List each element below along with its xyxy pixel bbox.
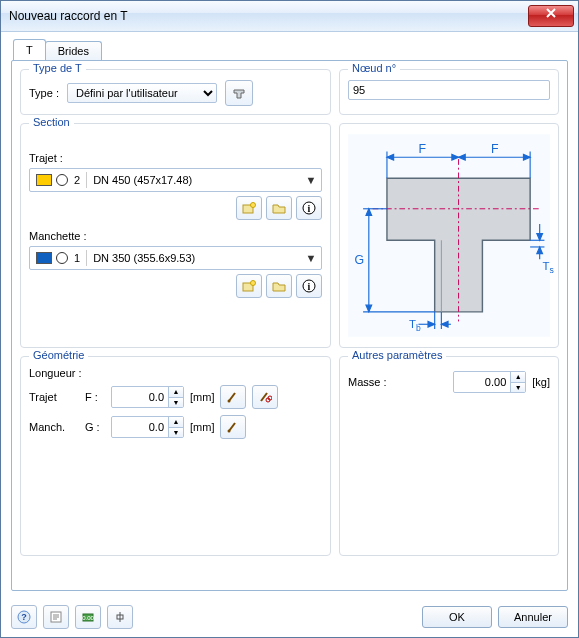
mass-spinner[interactable]: ▲▼ xyxy=(453,371,526,393)
tab-brides[interactable]: Brides xyxy=(45,41,102,60)
picker-icon xyxy=(226,390,240,404)
manch-pick-button[interactable] xyxy=(220,415,246,439)
notes-button[interactable] xyxy=(43,605,69,629)
geom-manch-sym: G : xyxy=(85,421,105,433)
manch-length-input[interactable] xyxy=(112,417,168,437)
manchette-new-button[interactable] xyxy=(236,274,262,298)
svg-text:i: i xyxy=(308,281,311,292)
chevron-down-icon[interactable]: ▼ xyxy=(303,174,319,186)
length-label: Longueur : xyxy=(29,367,322,379)
trajet-length-spinner[interactable]: ▲▼ xyxy=(111,386,184,408)
folder-new-icon xyxy=(242,279,256,293)
type-legend: Type de T xyxy=(29,62,86,74)
cancel-button[interactable]: Annuler xyxy=(498,606,568,628)
manchette-label: Manchette : xyxy=(29,230,322,242)
info-icon: i xyxy=(302,279,316,293)
manchette-index: 1 xyxy=(74,252,80,264)
svg-text:0.00: 0.00 xyxy=(82,615,94,621)
trajet-length-input[interactable] xyxy=(112,387,168,407)
spin-up-icon[interactable]: ▲ xyxy=(169,387,183,398)
dialog-window: Nouveau raccord en T T Brides Type de T … xyxy=(0,0,579,638)
manchette-toolbar: i xyxy=(29,274,322,298)
spin-up-icon[interactable]: ▲ xyxy=(511,372,525,383)
node-group: Nœud n° xyxy=(339,69,559,115)
units-icon: 0.00 xyxy=(81,610,95,624)
help-button[interactable]: ? xyxy=(11,605,37,629)
tabstrip: T Brides xyxy=(13,38,568,60)
picker-icon xyxy=(226,420,240,434)
svg-text:F: F xyxy=(418,142,426,156)
svg-point-46 xyxy=(228,430,231,433)
trajet-color-swatch xyxy=(36,174,52,186)
ok-button[interactable]: OK xyxy=(422,606,492,628)
geom-trajet-sym: F : xyxy=(85,391,105,403)
geometry-group: Géométrie Longueur : Trajet F : ▲▼ [mm] xyxy=(20,356,331,556)
trajet-pick-button[interactable] xyxy=(220,385,246,409)
svg-text:G: G xyxy=(354,253,364,267)
separator xyxy=(86,172,87,188)
symbols-icon xyxy=(113,610,127,624)
symbols-button[interactable] xyxy=(107,605,133,629)
unit-mm: [mm] xyxy=(190,391,214,403)
geom-row-trajet: Trajet F : ▲▼ [mm] xyxy=(29,385,322,409)
svg-text:?: ? xyxy=(21,612,27,622)
manchette-info-button[interactable]: i xyxy=(296,274,322,298)
tee-preview-diagram: F F G xyxy=(344,128,554,343)
trajet-new-button[interactable] xyxy=(236,196,262,220)
other-legend: Autres paramètres xyxy=(348,349,446,361)
chevron-down-icon[interactable]: ▼ xyxy=(303,252,319,264)
tee-shape-icon xyxy=(232,86,246,100)
spin-up-icon[interactable]: ▲ xyxy=(169,417,183,428)
trajet-text: DN 450 (457x17.48) xyxy=(93,174,303,186)
manchette-combo[interactable]: 1 DN 350 (355.6x9.53) ▼ xyxy=(29,246,322,270)
tab-t[interactable]: T xyxy=(13,39,46,60)
trajet-label: Trajet : xyxy=(29,152,322,164)
section-legend: Section xyxy=(29,116,74,128)
geometry-legend: Géométrie xyxy=(29,349,88,361)
node-input[interactable] xyxy=(348,80,550,100)
notes-icon xyxy=(49,610,63,624)
type-browse-button[interactable] xyxy=(225,80,253,106)
geom-trajet-label: Trajet xyxy=(29,391,79,403)
info-icon: i xyxy=(302,201,316,215)
trajet-toolbar: i xyxy=(29,196,322,220)
tab-body: Type de T Type : Défini par l'utilisateu… xyxy=(11,60,568,591)
spin-down-icon[interactable]: ▼ xyxy=(169,428,183,438)
units-button[interactable]: 0.00 xyxy=(75,605,101,629)
geom-manch-label: Manch. xyxy=(29,421,79,433)
folder-open-icon xyxy=(272,279,286,293)
mass-input[interactable] xyxy=(454,372,510,392)
trajet-combo[interactable]: 2 DN 450 (457x17.48) ▼ xyxy=(29,168,322,192)
spin-down-icon[interactable]: ▼ xyxy=(169,398,183,408)
type-select[interactable]: Défini par l'utilisateur xyxy=(67,83,217,103)
bottom-left-toolbar: ? 0.00 xyxy=(11,605,133,629)
folder-open-icon xyxy=(272,201,286,215)
bottom-right-buttons: OK Annuler xyxy=(422,606,568,628)
window-title: Nouveau raccord en T xyxy=(9,9,128,23)
type-label: Type : xyxy=(29,87,59,99)
mass-row: Masse : ▲▼ [kg] xyxy=(348,371,550,393)
trajet-info-button[interactable]: i xyxy=(296,196,322,220)
svg-point-43 xyxy=(228,400,231,403)
close-icon xyxy=(545,8,557,18)
separator xyxy=(86,250,87,266)
manchette-open-button[interactable] xyxy=(266,274,292,298)
row-bottom: Géométrie Longueur : Trajet F : ▲▼ [mm] xyxy=(20,356,559,556)
manchette-color-swatch xyxy=(36,252,52,264)
unit-mm: [mm] xyxy=(190,421,214,433)
manchette-ring-icon xyxy=(56,252,68,264)
trajet-open-button[interactable] xyxy=(266,196,292,220)
svg-text:i: i xyxy=(308,203,311,214)
section-group: Section Trajet : 2 DN 450 (457x17.48) ▼ xyxy=(20,123,331,348)
other-params-group: Autres paramètres Masse : ▲▼ [kg] xyxy=(339,356,559,556)
trajet-pick-multi-button[interactable] xyxy=(252,385,278,409)
manch-length-spinner[interactable]: ▲▼ xyxy=(111,416,184,438)
node-legend: Nœud n° xyxy=(348,62,400,74)
client-area: T Brides Type de T Type : Défini par l'u… xyxy=(1,32,578,599)
spin-down-icon[interactable]: ▼ xyxy=(511,383,525,393)
picker-multi-icon xyxy=(258,390,272,404)
svg-point-1 xyxy=(251,203,256,208)
svg-point-5 xyxy=(251,281,256,286)
close-button[interactable] xyxy=(528,5,574,27)
geom-row-manch: Manch. G : ▲▼ [mm] xyxy=(29,415,322,439)
